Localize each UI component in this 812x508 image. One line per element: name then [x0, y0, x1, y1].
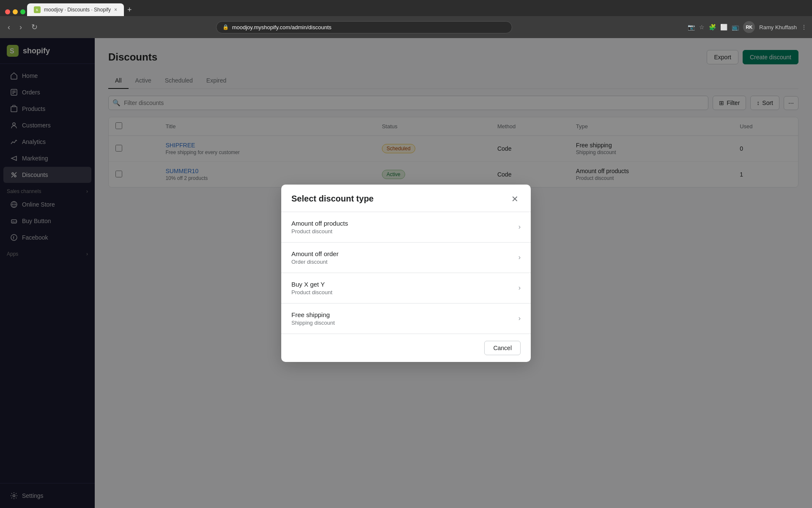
camera-icon: 📷 [688, 24, 695, 30]
discount-option-title-3: Free shipping [291, 311, 335, 318]
back-btn[interactable]: ‹ [5, 21, 13, 33]
modal-title: Select discount type [291, 194, 374, 204]
modal-footer: Cancel [281, 334, 531, 362]
select-discount-modal: Select discount type ✕ Amount off produc… [281, 185, 531, 362]
window-icon[interactable]: ⬜ [720, 24, 727, 30]
discount-option-title-2: Buy X get Y [291, 281, 332, 288]
discount-option-info-1: Amount off order Order discount [291, 250, 338, 265]
address-path: /admin/discounts [290, 24, 332, 30]
tab-title: moodjoy · Discounts · Shopify [44, 7, 111, 13]
discount-option-chevron-2: › [518, 284, 521, 292]
traffic-light-green[interactable] [20, 9, 25, 14]
browser-actions: 📷 ☆ 🧩 ⬜ 📺 RK Ramy Khuffash ⋮ [688, 21, 807, 33]
ssl-lock-icon: 🔒 [222, 24, 229, 30]
cancel-button[interactable]: Cancel [484, 341, 521, 355]
profile-badge[interactable]: RK [743, 21, 755, 33]
user-name: Ramy Khuffash [759, 24, 797, 30]
svg-text:S: S [36, 8, 38, 11]
discount-option-buy-x-get-y[interactable]: Buy X get Y Product discount › [281, 273, 531, 304]
discount-option-chevron-1: › [518, 254, 521, 261]
discount-option-subtitle-3: Shipping discount [291, 320, 335, 326]
address-domain: moodjoy.myshopify.com [232, 24, 291, 30]
discount-option-chevron-3: › [518, 315, 521, 322]
discount-option-subtitle-1: Order discount [291, 259, 338, 265]
modal-overlay: Select discount type ✕ Amount off produc… [0, 38, 812, 508]
modal-body: Amount off products Product discount › A… [281, 212, 531, 334]
discount-option-title-1: Amount off order [291, 250, 338, 257]
tab-favicon: S [34, 6, 41, 13]
discount-option-info-0: Amount off products Product discount [291, 220, 348, 235]
discount-option-free-shipping[interactable]: Free shipping Shipping discount › [281, 304, 531, 334]
new-tab-btn[interactable]: + [127, 6, 132, 14]
bookmark-icon[interactable]: ☆ [699, 24, 705, 30]
tab-close-btn[interactable]: × [114, 7, 117, 13]
browser-tab[interactable]: S moodjoy · Discounts · Shopify × [27, 3, 124, 16]
refresh-btn[interactable]: ↻ [29, 21, 40, 33]
discount-option-amount-off-order[interactable]: Amount off order Order discount › [281, 243, 531, 273]
discount-option-info-2: Buy X get Y Product discount [291, 281, 332, 295]
modal-header: Select discount type ✕ [281, 185, 531, 212]
discount-option-amount-off-products[interactable]: Amount off products Product discount › [281, 212, 531, 243]
traffic-light-red[interactable] [5, 9, 10, 14]
cast-icon[interactable]: 📺 [732, 24, 739, 30]
forward-btn[interactable]: › [17, 21, 25, 33]
extensions-icon[interactable]: 🧩 [709, 24, 716, 30]
discount-option-subtitle-2: Product discount [291, 289, 332, 295]
discount-option-subtitle-0: Product discount [291, 228, 348, 235]
discount-option-info-3: Free shipping Shipping discount [291, 311, 335, 326]
discount-option-title-0: Amount off products [291, 220, 348, 227]
modal-close-button[interactable]: ✕ [509, 193, 521, 205]
menu-icon[interactable]: ⋮ [801, 24, 807, 30]
discount-option-chevron-0: › [518, 223, 521, 231]
address-bar-text[interactable]: moodjoy.myshopify.com/admin/discounts [232, 24, 332, 30]
traffic-light-yellow[interactable] [13, 9, 18, 14]
